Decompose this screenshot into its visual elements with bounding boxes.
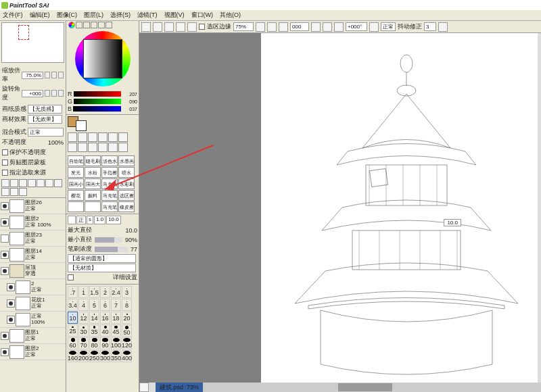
move-tool-icon[interactable] bbox=[98, 132, 108, 142]
blend-mode-select[interactable]: 正常 bbox=[28, 128, 64, 137]
rot-reset-button[interactable] bbox=[58, 90, 64, 97]
new-folder-icon[interactable] bbox=[19, 179, 27, 187]
stabilizer-opts-button[interactable] bbox=[438, 22, 448, 32]
detail-settings-checkbox[interactable] bbox=[68, 274, 74, 280]
layer-visibility-icon[interactable] bbox=[1, 348, 9, 356]
brush-size-200[interactable]: 200 bbox=[78, 350, 89, 362]
layer-row[interactable]: 屋顶穿透 bbox=[0, 263, 66, 279]
zoom-inc-button[interactable] bbox=[51, 72, 57, 78]
bucket-tool-icon[interactable] bbox=[88, 143, 97, 152]
g-slider[interactable] bbox=[74, 99, 121, 104]
brush-size-80[interactable]: 80 bbox=[89, 337, 99, 349]
zoom-input[interactable] bbox=[22, 72, 43, 79]
hsv-tab-icon[interactable] bbox=[83, 22, 90, 28]
brush-size-20[interactable]: 20 bbox=[122, 312, 132, 324]
brush-tool-选区擦[interactable]: 选区擦 bbox=[118, 190, 135, 201]
sel-edge-checkbox[interactable] bbox=[199, 24, 205, 30]
brush-size-30[interactable]: 30 bbox=[78, 324, 89, 337]
zoom-fit-button[interactable] bbox=[279, 22, 288, 32]
delete-layer-icon[interactable] bbox=[37, 179, 45, 187]
hand-tool-icon[interactable] bbox=[68, 143, 77, 152]
lasso-tool-icon[interactable] bbox=[78, 132, 87, 142]
flip-h-button[interactable] bbox=[369, 22, 379, 32]
brush-size-35[interactable]: 35 bbox=[89, 324, 99, 337]
undo-button[interactable] bbox=[141, 22, 151, 32]
brush-tool-睫毛刷[interactable]: 睫毛刷 bbox=[85, 155, 101, 166]
zoom-in-button[interactable] bbox=[267, 22, 277, 32]
r-slider[interactable] bbox=[74, 91, 122, 97]
brush-tool-水粉[interactable]: 水粉 bbox=[85, 167, 101, 178]
new-layer-icon[interactable] bbox=[1, 179, 9, 187]
brush-size-14[interactable]: 14 bbox=[89, 312, 99, 324]
brush-edge-select[interactable]: 正 bbox=[76, 216, 86, 224]
brush-size-2.4[interactable]: 2.4 bbox=[111, 286, 121, 298]
menu-filter[interactable]: 滤镜(T) bbox=[137, 11, 158, 20]
layer-visibility-icon[interactable] bbox=[1, 332, 9, 340]
brush-size-6[interactable]: 6 bbox=[100, 299, 110, 311]
layer-visibility-icon[interactable] bbox=[1, 235, 9, 243]
brush-size-60[interactable]: 60 bbox=[68, 337, 78, 349]
layer-row[interactable]: 图层2正常 100% bbox=[0, 214, 66, 230]
rot-inc-button[interactable] bbox=[51, 90, 57, 97]
color-wheel[interactable] bbox=[75, 31, 131, 87]
brush-size-1[interactable]: 1 bbox=[78, 286, 89, 298]
canvas-scrollbar-v[interactable] bbox=[538, 33, 541, 383]
rot-dec-button[interactable] bbox=[45, 90, 50, 97]
brush-tool-颜料[interactable]: 颜料 bbox=[85, 190, 101, 201]
brush-max-val[interactable]: 10.0 bbox=[106, 216, 121, 224]
navigator-thumbnail[interactable] bbox=[1, 22, 64, 63]
rotate-tool-icon[interactable] bbox=[118, 132, 128, 142]
layer-mask-icon[interactable] bbox=[28, 179, 36, 187]
bg-color-swatch[interactable] bbox=[76, 120, 87, 131]
brush-tool-橡皮擦[interactable]: 橡皮擦 bbox=[118, 201, 135, 212]
menu-edit[interactable]: 编辑(E) bbox=[30, 11, 50, 20]
brush-size-25[interactable]: 25 bbox=[68, 324, 78, 337]
zoom-tool-icon[interactable] bbox=[108, 132, 118, 142]
brush-size-250[interactable]: 250 bbox=[89, 350, 99, 362]
eyedropper-tool-icon[interactable] bbox=[78, 143, 87, 152]
brush-min-val[interactable]: 1.0 bbox=[94, 216, 105, 224]
layer-row[interactable]: 图层2正常 bbox=[0, 344, 66, 360]
layer-row[interactable]: 图层14正常 bbox=[0, 247, 66, 263]
brush-size-3[interactable]: 3 bbox=[122, 286, 132, 298]
brush-shape-select[interactable]: 【通常的圆形】 bbox=[68, 254, 136, 263]
selection-source-checkbox[interactable] bbox=[2, 170, 8, 176]
menu-select[interactable]: 选择(S) bbox=[110, 11, 131, 20]
rot-input[interactable] bbox=[22, 90, 43, 97]
brush-size-12[interactable]: 12 bbox=[78, 312, 89, 324]
paper-texture-select[interactable]: 【无质感】 bbox=[28, 105, 62, 114]
brush-size-1.5[interactable]: 1.5 bbox=[89, 286, 99, 298]
brush-tool-自动笔[interactable]: 自动笔 bbox=[68, 155, 84, 166]
sel-opacity-input[interactable] bbox=[233, 22, 254, 31]
brush-tool-水彩刷[interactable]: 水彩刷 bbox=[118, 178, 135, 189]
new-linework-icon[interactable] bbox=[10, 179, 18, 187]
brush-size-18[interactable]: 18 bbox=[111, 312, 121, 324]
layer-row[interactable]: 花纹1正常 bbox=[0, 295, 66, 312]
canvas-scrollbar-h[interactable] bbox=[203, 383, 541, 392]
angle2-input[interactable] bbox=[346, 22, 367, 31]
legacy-pen-tool-icon[interactable] bbox=[98, 143, 108, 152]
show-sel-button[interactable] bbox=[187, 22, 197, 32]
layer-visibility-icon[interactable] bbox=[1, 251, 9, 259]
doc-icon[interactable] bbox=[139, 383, 149, 392]
brush-size-45[interactable]: 45 bbox=[111, 324, 121, 337]
layer-row[interactable]: 正常100% bbox=[0, 312, 66, 328]
rot-reset-button[interactable] bbox=[334, 22, 344, 32]
brush-tool-国画大[interactable]: 国画大 bbox=[85, 178, 101, 189]
move-down-icon[interactable] bbox=[10, 188, 18, 196]
brush-size-4[interactable]: 4 bbox=[78, 299, 89, 311]
rect-select-tool-icon[interactable] bbox=[68, 132, 77, 142]
layer-row[interactable]: 2正常 bbox=[0, 279, 66, 295]
canvas-viewport[interactable]: 10.0 bbox=[139, 33, 541, 392]
brush-size-350[interactable]: 350 bbox=[111, 350, 121, 362]
rot-ccw-button[interactable] bbox=[311, 22, 321, 32]
brush-size-2[interactable]: 2 bbox=[100, 286, 110, 298]
rot-cw-button[interactable] bbox=[323, 22, 332, 32]
brush-tool-手指擦[interactable]: 手指擦 bbox=[101, 167, 118, 178]
binary-tool-icon[interactable] bbox=[108, 143, 118, 152]
canvas-mode-select[interactable]: 正常 bbox=[381, 22, 396, 31]
brush-tool-马克笔[interactable]: 马克笔 bbox=[101, 178, 118, 189]
layer-visibility-icon[interactable] bbox=[7, 316, 15, 324]
invert-sel-button[interactable] bbox=[176, 22, 185, 32]
clipping-mask-checkbox[interactable] bbox=[2, 160, 8, 166]
